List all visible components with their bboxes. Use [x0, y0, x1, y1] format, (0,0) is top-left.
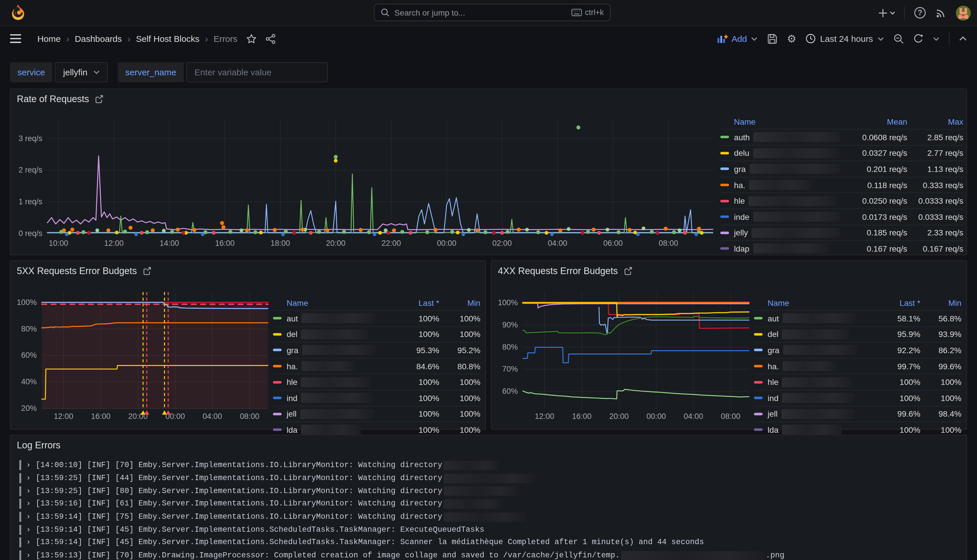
legend-series-name[interactable]: gra: [754, 345, 880, 355]
legend-row[interactable]: aut100%100%: [273, 310, 480, 326]
time-range-picker[interactable]: Last 24 hours: [806, 34, 884, 44]
external-link-icon[interactable]: [95, 94, 104, 103]
legend-row[interactable]: gra95.3%95.2%: [273, 342, 480, 358]
expand-chevron-icon[interactable]: ›: [26, 461, 31, 470]
legend-header-col1[interactable]: Last *: [399, 298, 439, 307]
legend-series-name[interactable]: gra: [273, 345, 399, 355]
news-rss-icon[interactable]: [935, 7, 946, 18]
4xx-error-budget-chart[interactable]: 12:0016:0020:0000:0004:0008:0060%70%80%9…: [492, 261, 766, 428]
legend-row[interactable]: inde0.0173 req/s0.0333 req/s: [720, 208, 964, 225]
legend-header-col1[interactable]: Mean: [840, 117, 907, 126]
legend-row[interactable]: jelly0.185 req/s2.33 req/s: [720, 225, 964, 240]
variable-service-select[interactable]: jellyfin: [55, 62, 108, 82]
external-link-icon[interactable]: [623, 266, 632, 275]
legend-row[interactable]: del100%100%: [273, 326, 480, 342]
legend-row[interactable]: aut58.1%56.8%: [754, 310, 961, 326]
log-row[interactable]: ›[14:00:10] [INF] [70] Emby.Server.Imple…: [19, 459, 961, 472]
external-link-icon[interactable]: [142, 266, 151, 275]
legend-series-name[interactable]: ldap: [720, 244, 840, 254]
legend-row[interactable]: hle100%100%: [273, 374, 480, 390]
log-row[interactable]: ›[13:59:13] [INF] [70] Emby.Drawing.Imag…: [19, 549, 961, 560]
panel-title[interactable]: Rate of Requests: [17, 93, 89, 104]
menu-toggle-icon[interactable]: [10, 34, 22, 43]
legend-series-name[interactable]: del: [273, 329, 399, 339]
legend-series-name[interactable]: ind: [754, 393, 880, 403]
expand-chevron-icon[interactable]: ›: [26, 538, 31, 547]
legend-series-name[interactable]: lda: [273, 425, 399, 435]
legend-series-name[interactable]: hle: [273, 377, 399, 387]
legend-series-name[interactable]: auth: [720, 132, 840, 142]
legend-row[interactable]: hle0.0250 req/s0.0333 req/s: [720, 193, 964, 208]
legend-row[interactable]: gra0.201 req/s1.13 req/s: [720, 161, 964, 177]
rate-of-requests-chart[interactable]: 10:0012:0014:0016:0018:0020:0022:0000:00…: [11, 89, 721, 256]
legend-row[interactable]: ha.0.118 req/s0.333 req/s: [720, 177, 964, 192]
legend-series-name[interactable]: gra: [720, 164, 840, 174]
expand-chevron-icon[interactable]: ›: [26, 474, 31, 482]
log-row[interactable]: ›[13:59:14] [INF] [45] Emby.Server.Imple…: [19, 536, 961, 549]
panel-title-bar[interactable]: Rate of Requests: [17, 93, 104, 104]
expand-chevron-icon[interactable]: ›: [26, 525, 31, 534]
expand-chevron-icon[interactable]: ›: [26, 500, 31, 508]
breadcrumb-home[interactable]: Home: [37, 34, 61, 44]
legend-header-col1[interactable]: Last *: [880, 298, 920, 307]
breadcrumb-dashboards[interactable]: Dashboards: [75, 34, 122, 44]
legend-series-name[interactable]: hle: [720, 196, 840, 206]
legend-row[interactable]: delu0.0327 req/s2.77 req/s: [720, 145, 964, 161]
legend-series-name[interactable]: jell: [273, 409, 399, 419]
collapse-toolbar-icon[interactable]: [959, 36, 967, 41]
legend-series-name[interactable]: aut: [754, 313, 880, 323]
panel-title[interactable]: 5XX Requests Error Budgets: [17, 265, 137, 276]
legend-series-name[interactable]: jelly: [720, 228, 840, 238]
legend-header-col2[interactable]: Max: [907, 117, 963, 126]
legend-header-col2[interactable]: Min: [920, 298, 961, 307]
legend-row[interactable]: auth0.0608 req/s2.85 req/s: [720, 129, 964, 145]
share-icon[interactable]: [266, 33, 276, 44]
legend-series-name[interactable]: ind: [273, 393, 399, 403]
favorite-star-icon[interactable]: [246, 33, 257, 44]
log-row[interactable]: ›[13:59:14] [INF] [45] Emby.Server.Imple…: [19, 523, 961, 536]
legend-row[interactable]: jell100%100%: [273, 406, 480, 422]
log-row[interactable]: ›[13:59:16] [INF] [61] Emby.Server.Imple…: [19, 498, 961, 511]
log-row[interactable]: ›[13:59:25] [INF] [80] Emby.Server.Imple…: [19, 485, 961, 498]
variable-server-name-input[interactable]: Enter variable value: [186, 62, 328, 82]
save-dashboard-button[interactable]: [767, 33, 778, 44]
5xx-error-budget-chart[interactable]: 12:0016:0020:0000:0004:0008:0020%40%60%8…: [11, 261, 285, 428]
panel-title-bar[interactable]: Log Errors: [17, 440, 60, 450]
legend-series-name[interactable]: ha.: [754, 361, 880, 371]
panel-title-bar[interactable]: 4XX Requests Error Budgets: [498, 265, 632, 276]
log-row[interactable]: ›[13:59:14] [INF] [75] Emby.Server.Imple…: [19, 510, 961, 523]
legend-row[interactable]: ha.84.6%80.8%: [273, 358, 480, 373]
user-avatar[interactable]: [956, 5, 971, 20]
legend-series-name[interactable]: inde: [720, 212, 840, 222]
panel-title[interactable]: 4XX Requests Error Budgets: [498, 265, 618, 276]
panel-title-bar[interactable]: 5XX Requests Error Budgets: [17, 265, 151, 276]
refresh-button[interactable]: [914, 34, 924, 44]
legend-row[interactable]: ha.99.7%99.6%: [754, 358, 961, 373]
legend-header-name[interactable]: Name: [720, 117, 840, 126]
expand-chevron-icon[interactable]: ›: [26, 512, 31, 521]
dashboard-settings-icon[interactable]: ⚙: [787, 32, 797, 45]
zoom-out-time-icon[interactable]: [893, 33, 904, 44]
legend-row[interactable]: del95.9%93.9%: [754, 326, 961, 342]
legend-row[interactable]: ind100%100%: [754, 390, 961, 406]
legend-series-name[interactable]: lda: [754, 425, 880, 435]
legend-header-name[interactable]: Name: [754, 298, 880, 307]
panel-title[interactable]: Log Errors: [17, 440, 60, 450]
legend-row[interactable]: ind100%100%: [273, 390, 480, 406]
expand-chevron-icon[interactable]: ›: [26, 487, 31, 495]
expand-chevron-icon[interactable]: ›: [26, 551, 31, 560]
legend-row[interactable]: hle100%100%: [754, 374, 961, 390]
new-button[interactable]: [878, 8, 895, 18]
legend-series-name[interactable]: ha.: [273, 361, 399, 371]
add-panel-button[interactable]: Add: [717, 34, 758, 44]
legend-series-name[interactable]: del: [754, 329, 880, 339]
legend-series-name[interactable]: ha.: [720, 180, 840, 190]
legend-row[interactable]: gra92.2%86.2%: [754, 342, 961, 358]
legend-series-name[interactable]: delu: [720, 148, 840, 158]
search-input[interactable]: Search or jump to... ctrl+k: [374, 4, 611, 21]
legend-header-name[interactable]: Name: [273, 298, 399, 307]
legend-series-name[interactable]: hle: [754, 377, 880, 387]
breadcrumb-folder[interactable]: Self Host Blocks: [136, 34, 199, 44]
legend-row[interactable]: jell99.6%98.4%: [754, 406, 961, 422]
refresh-interval-chevron-icon[interactable]: [933, 37, 940, 41]
